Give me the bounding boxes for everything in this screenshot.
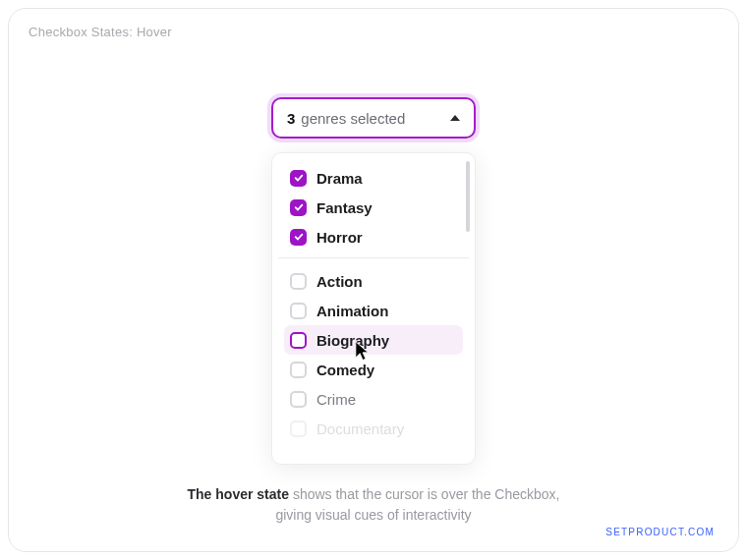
checkbox-unchecked-icon [290, 273, 307, 290]
caption-text-2: giving visual cues of interactivity [275, 507, 471, 523]
caption-text-1: shows that the cursor is over the Checkb… [289, 486, 559, 502]
checkbox-checked-icon [290, 229, 307, 246]
card-title: Checkbox States: Hover [29, 25, 718, 39]
option-animation[interactable]: Animation [284, 296, 463, 325]
dropdown-panel: Drama Fantasy Horror [271, 152, 476, 465]
checkbox-unchecked-icon [290, 391, 307, 408]
option-comedy[interactable]: Comedy [284, 355, 463, 384]
option-crime[interactable]: Crime [284, 384, 463, 414]
caption: The hover state shows that the cursor is… [9, 484, 738, 526]
checkbox-unchecked-icon [290, 362, 307, 378]
checkbox-hover-icon [290, 332, 307, 349]
option-label: Horror [316, 229, 363, 246]
checkbox-unchecked-icon [290, 303, 307, 319]
demo-card: Checkbox States: Hover 3 genres selected… [8, 8, 739, 552]
select-trigger[interactable]: 3 genres selected [271, 97, 476, 139]
select-label: genres selected [301, 110, 405, 127]
unselected-group: Action Animation Biography [278, 257, 469, 443]
selected-group: Drama Fantasy Horror [278, 163, 469, 252]
option-biography[interactable]: Biography [284, 325, 463, 355]
option-action[interactable]: Action [284, 266, 463, 296]
option-label: Crime [316, 391, 356, 408]
option-label: Animation [316, 303, 388, 319]
checkbox-checked-icon [290, 199, 307, 216]
stage: 3 genres selected Drama [9, 97, 738, 465]
option-label: Fantasy [316, 199, 373, 216]
option-drama[interactable]: Drama [284, 163, 463, 193]
multiselect: 3 genres selected Drama [271, 97, 476, 465]
watermark: SETPRODUCT.COM [605, 527, 715, 537]
option-documentary[interactable]: Documentary [284, 414, 463, 443]
option-label: Documentary [316, 420, 404, 437]
caption-bold: The hover state [188, 486, 289, 502]
option-fantasy[interactable]: Fantasy [284, 193, 463, 222]
checkbox-checked-icon [290, 170, 307, 187]
select-count: 3 [287, 110, 295, 127]
option-label: Comedy [316, 362, 374, 378]
scrollbar-thumb[interactable] [466, 161, 470, 232]
option-horror[interactable]: Horror [284, 222, 463, 252]
checkbox-unchecked-icon [290, 420, 307, 437]
option-label: Drama [316, 170, 363, 187]
option-label: Biography [316, 332, 389, 349]
option-label: Action [316, 273, 363, 290]
caret-up-icon [450, 115, 460, 121]
